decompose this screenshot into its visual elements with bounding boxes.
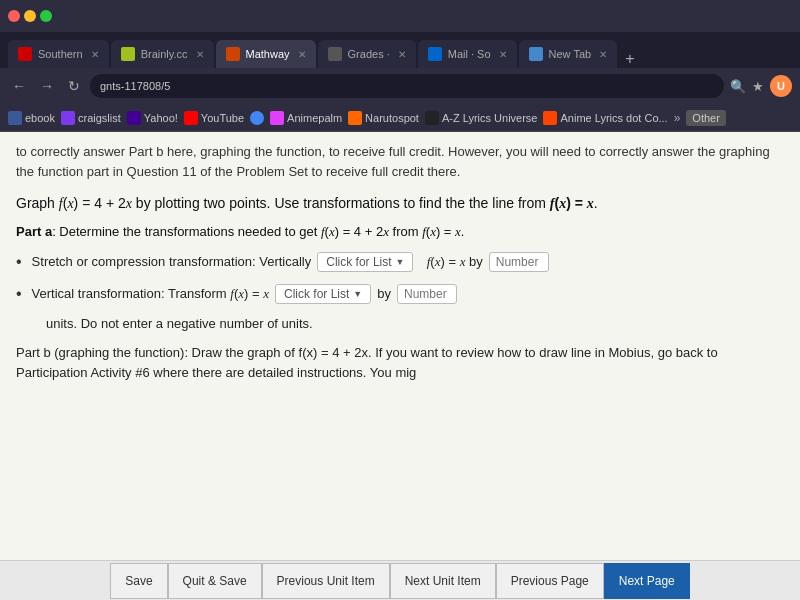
tab-southern[interactable]: Southern ✕ <box>8 40 109 68</box>
bookmark-craigslist-label: craigslist <box>78 112 121 124</box>
animelyr-icon <box>543 111 557 125</box>
tab-brainly-label: Brainly.cc <box>141 48 188 60</box>
math-x4: x <box>587 196 594 211</box>
bookmark-azlyrics[interactable]: A-Z Lyrics Universe <box>425 111 538 125</box>
bookmark-animelyr[interactable]: Anime Lyrics dot Co... <box>543 111 667 125</box>
title-bar <box>0 0 800 32</box>
math-fb: f <box>422 224 426 239</box>
bookmark-animepalm-label: Animepalm <box>287 112 342 124</box>
part-b-text: Part b (graphing the function): Draw the… <box>16 343 784 382</box>
bookmark-star-icon: ★ <box>752 79 764 94</box>
math-xb2: x <box>455 224 461 239</box>
next-item-button[interactable]: Next Unit Item <box>390 563 496 599</box>
tab-grades[interactable]: Grades · ✕ <box>318 40 416 68</box>
bottom-nav: Save Quit & Save Previous Unit Item Next… <box>0 560 800 600</box>
tabs-bar: Southern ✕ Brainly.cc ✕ Mathway ✕ Grades… <box>0 32 800 68</box>
tab-newtab[interactable]: New Tab ✕ <box>519 40 618 68</box>
bookmark-facebook[interactable]: ebook <box>8 111 55 125</box>
intro-text: to correctly answer Part b here, graphin… <box>16 142 784 181</box>
bullet2-text: Vertical transformation: Transform f(x) … <box>32 284 269 304</box>
bullet1-mid: f(x) = x by <box>419 252 482 272</box>
close-button[interactable] <box>8 10 20 22</box>
math-formula-1: f <box>59 196 63 211</box>
quit-save-button[interactable]: Quit & Save <box>168 563 262 599</box>
bookmark-azlyrics-label: A-Z Lyrics Universe <box>442 112 538 124</box>
tab-brainly[interactable]: Brainly.cc ✕ <box>111 40 214 68</box>
url-icons: 🔍 ★ <box>730 79 764 94</box>
tab-newtab-close[interactable]: ✕ <box>599 49 607 60</box>
bookmark-youtube-label: YouTube <box>201 112 244 124</box>
google-icon <box>250 111 264 125</box>
bookmark-animelyr-label: Anime Lyrics dot Co... <box>560 112 667 124</box>
bookmark-animepalm[interactable]: Animepalm <box>270 111 342 125</box>
tab-grades-close[interactable]: ✕ <box>398 49 406 60</box>
naruto-icon <box>348 111 362 125</box>
bullet-item-1: • Stretch or compression transformation:… <box>16 250 784 274</box>
back-button[interactable]: ← <box>8 76 30 96</box>
maximize-button[interactable] <box>40 10 52 22</box>
math-formula-2: f <box>550 196 555 211</box>
click-list-label-1: Click for List <box>326 255 391 269</box>
new-tab-button[interactable]: + <box>619 50 640 68</box>
save-button[interactable]: Save <box>110 563 167 599</box>
bookmark-yahoo[interactable]: Yahoo! <box>127 111 178 125</box>
tab-southern-label: Southern <box>38 48 83 60</box>
bookmark-craigslist[interactable]: craigslist <box>61 111 121 125</box>
bookmark-google[interactable] <box>250 111 264 125</box>
math-x3: x <box>559 196 566 211</box>
brainly-icon <box>121 47 135 61</box>
part-b: Part b (graphing the function): Draw the… <box>16 343 784 382</box>
prev-page-button[interactable]: Previous Page <box>496 563 604 599</box>
search-icon: 🔍 <box>730 79 746 94</box>
tab-newtab-label: New Tab <box>549 48 592 60</box>
grades-icon <box>328 47 342 61</box>
bullet2-mid: by <box>377 284 391 304</box>
page-content: to correctly answer Part b here, graphin… <box>0 132 800 560</box>
forward-button[interactable]: → <box>36 76 58 96</box>
bookmarks-bar: ebook craigslist Yahoo! YouTube Animepal… <box>0 104 800 132</box>
craigslist-icon <box>61 111 75 125</box>
math-problem: Graph f(x) = 4 + 2x by plotting two poin… <box>16 193 784 214</box>
bookmarks-more[interactable]: » <box>674 111 681 125</box>
math-xb: x <box>430 224 436 239</box>
bookmark-other[interactable]: Other <box>686 110 726 126</box>
tab-mathway-close[interactable]: ✕ <box>298 49 306 60</box>
tab-mail-close[interactable]: ✕ <box>499 49 507 60</box>
math-xa2: x <box>383 224 389 239</box>
bookmark-other-label: Other <box>692 112 720 124</box>
math-x2: x <box>126 196 132 211</box>
browser-chrome: Southern ✕ Brainly.cc ✕ Mathway ✕ Grades… <box>0 0 800 132</box>
bookmark-youtube[interactable]: YouTube <box>184 111 244 125</box>
southern-icon <box>18 47 32 61</box>
tab-brainly-close[interactable]: ✕ <box>196 49 204 60</box>
yahoo-icon <box>127 111 141 125</box>
bookmark-yahoo-label: Yahoo! <box>144 112 178 124</box>
tab-grades-label: Grades · <box>348 48 390 60</box>
tab-mail[interactable]: Mail · So ✕ <box>418 40 517 68</box>
profile-avatar[interactable]: U <box>770 75 792 97</box>
tab-mathway-label: Mathway <box>246 48 290 60</box>
bullet1-text: Stretch or compression transformation: V… <box>32 252 312 272</box>
number-input-1[interactable] <box>489 252 549 272</box>
refresh-button[interactable]: ↻ <box>64 76 84 96</box>
window-controls <box>8 10 52 22</box>
azlyrics-icon <box>425 111 439 125</box>
math-xa: x <box>329 224 335 239</box>
tab-mathway[interactable]: Mathway ✕ <box>216 40 316 68</box>
bookmark-naruto-label: Narutospot <box>365 112 419 124</box>
tab-southern-close[interactable]: ✕ <box>91 49 99 60</box>
bookmark-naruto[interactable]: Narutospot <box>348 111 419 125</box>
bullet-dot-2: • <box>16 282 22 306</box>
url-input[interactable] <box>90 74 724 98</box>
click-list-button-2[interactable]: Click for List <box>275 284 371 304</box>
bookmark-facebook-label: ebook <box>25 112 55 124</box>
next-page-button[interactable]: Next Page <box>604 563 690 599</box>
click-list-label-2: Click for List <box>284 287 349 301</box>
prev-item-button[interactable]: Previous Unit Item <box>262 563 390 599</box>
youtube-icon <box>184 111 198 125</box>
click-list-button-1[interactable]: Click for List <box>317 252 413 272</box>
mail-icon <box>428 47 442 61</box>
minimize-button[interactable] <box>24 10 36 22</box>
number-input-2[interactable] <box>397 284 457 304</box>
animepalm-icon <box>270 111 284 125</box>
